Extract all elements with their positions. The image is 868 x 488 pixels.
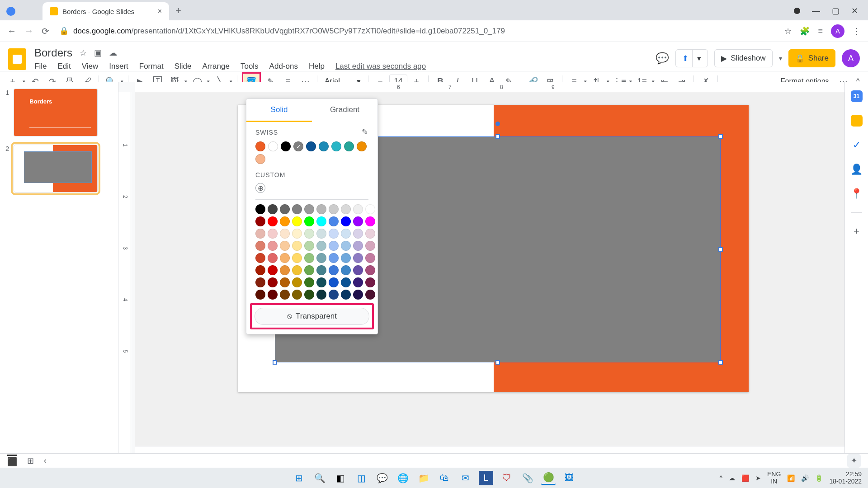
explorer-icon[interactable]: 📁: [416, 471, 431, 485]
color-swatch[interactable]: [268, 241, 278, 251]
resize-handle[interactable]: [718, 247, 723, 252]
reload-button[interactable]: ⟳: [42, 26, 49, 37]
theme-color-swatch[interactable]: [255, 141, 265, 151]
color-swatch[interactable]: [268, 277, 278, 287]
color-swatch[interactable]: [292, 204, 302, 214]
battery-icon[interactable]: 🔋: [815, 474, 823, 482]
color-swatch[interactable]: [280, 229, 290, 239]
color-swatch[interactable]: [341, 277, 351, 287]
collapse-panel-icon[interactable]: ‹: [44, 456, 47, 465]
color-swatch[interactable]: [341, 253, 351, 263]
color-swatch[interactable]: [280, 216, 290, 226]
profile-avatar[interactable]: A: [831, 24, 844, 38]
reading-list-icon[interactable]: ≡: [818, 26, 823, 36]
menu-file[interactable]: File: [34, 62, 47, 71]
color-swatch[interactable]: [365, 290, 375, 300]
menu-arrange[interactable]: Arrange: [202, 62, 229, 71]
tray-overflow-icon[interactable]: ^: [719, 474, 722, 482]
color-swatch[interactable]: [316, 290, 326, 300]
color-swatch[interactable]: [353, 253, 363, 263]
tab-gradient[interactable]: Gradient: [312, 99, 377, 122]
keep-icon[interactable]: [851, 115, 863, 127]
chat-icon[interactable]: 💬: [375, 471, 389, 485]
color-swatch[interactable]: [280, 290, 290, 300]
color-swatch[interactable]: [329, 229, 339, 239]
color-swatch[interactable]: [304, 265, 314, 275]
theme-color-swatch[interactable]: [281, 141, 291, 151]
color-swatch[interactable]: [292, 216, 302, 226]
tray-status-icon[interactable]: 🟥: [741, 474, 749, 482]
theme-color-swatch[interactable]: [306, 141, 316, 151]
get-addons-button[interactable]: +: [851, 225, 863, 237]
color-swatch[interactable]: [304, 277, 314, 287]
color-swatch[interactable]: [268, 265, 278, 275]
color-swatch[interactable]: [353, 290, 363, 300]
extensions-icon[interactable]: 🧩: [800, 26, 810, 36]
color-swatch[interactable]: [268, 253, 278, 263]
color-swatch[interactable]: [353, 277, 363, 287]
color-swatch[interactable]: [341, 265, 351, 275]
color-swatch[interactable]: [316, 253, 326, 263]
edge-icon[interactable]: 🌐: [396, 471, 410, 485]
calendar-icon[interactable]: 31: [851, 90, 863, 102]
color-swatch[interactable]: [280, 204, 290, 214]
color-swatch[interactable]: [329, 204, 339, 214]
store-icon[interactable]: 🛍: [437, 471, 452, 485]
tasks-icon[interactable]: ✓: [851, 139, 863, 151]
color-swatch[interactable]: [365, 229, 375, 239]
chevron-down-icon[interactable]: ▾: [692, 50, 701, 67]
color-swatch[interactable]: [365, 204, 375, 214]
color-swatch[interactable]: [304, 290, 314, 300]
menu-slide[interactable]: Slide: [175, 62, 192, 71]
color-swatch[interactable]: [255, 204, 265, 214]
color-swatch[interactable]: [280, 277, 290, 287]
color-swatch[interactable]: [255, 241, 265, 251]
office-icon[interactable]: 📎: [520, 471, 535, 485]
color-swatch[interactable]: [353, 229, 363, 239]
location-icon[interactable]: ➤: [755, 474, 761, 482]
edit-theme-icon[interactable]: ✎: [362, 127, 368, 137]
maximize-button[interactable]: ▢: [832, 6, 840, 16]
color-swatch[interactable]: [353, 204, 363, 214]
color-swatch[interactable]: [316, 229, 326, 239]
color-swatch[interactable]: [329, 265, 339, 275]
share-button[interactable]: 🔒Share: [788, 49, 835, 67]
theme-color-swatch[interactable]: [344, 141, 354, 151]
widgets-icon[interactable]: ◫: [354, 471, 368, 485]
menu-help[interactable]: Help: [309, 62, 325, 71]
color-swatch[interactable]: [365, 241, 375, 251]
contacts-icon[interactable]: 👤: [851, 164, 863, 175]
slide-thumb-1[interactable]: 1 Borders: [5, 89, 113, 136]
color-swatch[interactable]: [255, 277, 265, 287]
mcafee-icon[interactable]: 🛡: [500, 471, 514, 485]
tray-lang2[interactable]: IN: [767, 478, 781, 485]
color-swatch[interactable]: [329, 216, 339, 226]
rotate-handle[interactable]: [495, 122, 500, 126]
filmstrip-view-icon[interactable]: ⬛: [7, 455, 17, 467]
account-avatar[interactable]: A: [842, 49, 860, 67]
mail-icon[interactable]: ✉: [458, 471, 472, 485]
resize-handle[interactable]: [495, 360, 500, 365]
tray-lang1[interactable]: ENG: [767, 471, 781, 478]
onedrive-icon[interactable]: ☁: [729, 474, 735, 482]
new-tab-button[interactable]: +: [175, 5, 181, 17]
color-swatch[interactable]: [268, 204, 278, 214]
color-swatch[interactable]: [304, 241, 314, 251]
color-swatch[interactable]: [341, 204, 351, 214]
color-swatch[interactable]: [341, 229, 351, 239]
slideshow-button[interactable]: ▶Slideshow: [714, 49, 773, 67]
color-swatch[interactable]: [268, 229, 278, 239]
color-swatch[interactable]: [316, 216, 326, 226]
task-view-icon[interactable]: ◧: [333, 471, 348, 485]
color-swatch[interactable]: [329, 290, 339, 300]
theme-color-swatch[interactable]: [268, 141, 278, 151]
document-title[interactable]: Borders: [34, 47, 72, 59]
theme-color-swatch[interactable]: ✓: [293, 141, 303, 151]
color-swatch[interactable]: [353, 241, 363, 251]
menu-tools[interactable]: Tools: [241, 62, 259, 71]
menu-addons[interactable]: Add-ons: [269, 62, 298, 71]
menu-edit[interactable]: Edit: [57, 62, 71, 71]
chrome-menu-icon[interactable]: ⋮: [853, 26, 861, 36]
theme-color-swatch[interactable]: [357, 141, 367, 151]
resize-handle[interactable]: [718, 360, 723, 365]
